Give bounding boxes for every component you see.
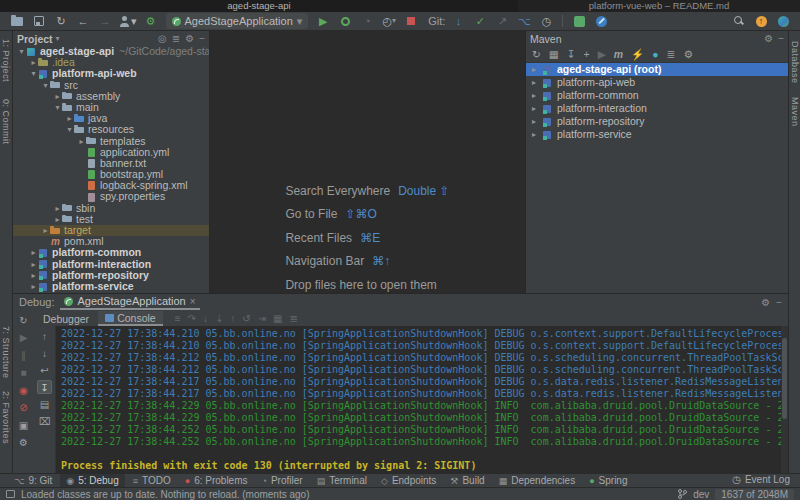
plugin-blue-button[interactable] xyxy=(593,13,609,29)
tree-chevron-icon[interactable]: ▸ xyxy=(29,270,38,281)
tree-chevron-icon[interactable]: ▾ xyxy=(17,46,26,57)
tree-row[interactable]: ▸ assembly xyxy=(13,91,209,102)
tree-chevron-icon[interactable]: ▾ xyxy=(65,124,74,135)
tree-chevron-icon[interactable]: ▸ xyxy=(29,281,38,292)
debug-step-icon[interactable]: ↺ xyxy=(242,313,250,324)
maven-toolbar-icon[interactable]: ▦ xyxy=(549,48,559,60)
maven-toolbar-icon[interactable]: m xyxy=(614,48,623,60)
user-account-icon[interactable]: ▾ xyxy=(119,13,137,29)
sidebar-item-database[interactable]: Database xyxy=(790,41,800,84)
maven-toolbar-icon[interactable]: ⚙ xyxy=(683,48,692,60)
debug-step-icon[interactable]: ⇣ xyxy=(215,313,223,324)
toolwindow-button[interactable]: ≡ TODO xyxy=(127,474,177,487)
tree-chevron-icon[interactable]: ▾ xyxy=(41,80,50,91)
console-action-icon[interactable]: ↩ xyxy=(37,363,52,377)
tree-row[interactable]: ▾ aged-stage-api ~/GitCode/aged-stage/ag… xyxy=(13,46,209,57)
update-notification-button[interactable]: ↑ xyxy=(753,13,769,29)
profiler-button[interactable]: ◔ xyxy=(359,13,375,29)
debug-step-icon[interactable]: ≡ xyxy=(175,313,181,324)
toolwindow-button[interactable]: ▦ Dependencies xyxy=(493,474,581,487)
tree-chevron-icon[interactable]: ▾ xyxy=(53,102,62,113)
tree-chevron-icon[interactable]: ▸ xyxy=(532,89,542,102)
hide-panel-icon[interactable]: − xyxy=(776,297,782,308)
ide-logo-button[interactable] xyxy=(775,13,791,29)
tab-debugger[interactable]: Debugger xyxy=(36,311,96,326)
rerun-button[interactable]: ◴▾ xyxy=(381,13,397,29)
tree-row[interactable]: ▸ templates xyxy=(13,136,209,147)
close-icon[interactable]: × xyxy=(190,296,196,307)
tree-chevron-icon[interactable]: ▸ xyxy=(532,102,542,115)
console-action-icon[interactable]: ⌧ xyxy=(37,414,52,428)
collapse-all-icon[interactable]: ≣ xyxy=(172,33,180,44)
toolwindow-button[interactable]: ⌥ 9: Git xyxy=(8,474,58,487)
sidebar-item-structure[interactable]: 7: Structure xyxy=(1,326,11,379)
maven-tree-row[interactable]: ▸ platform-common xyxy=(526,89,788,102)
tree-chevron-icon[interactable]: ▸ xyxy=(65,113,74,124)
memory-indicator[interactable]: 1637 of 2048M xyxy=(715,489,794,500)
sidebar-item-maven[interactable]: Maven xyxy=(790,97,800,127)
gear-icon[interactable]: ⚙ xyxy=(185,33,194,44)
maven-toolbar-icon[interactable]: ▶ xyxy=(598,48,606,60)
reload-status-icon[interactable] xyxy=(6,490,15,498)
tree-row[interactable]: ▸ target xyxy=(13,225,209,236)
open-folder-icon[interactable] xyxy=(9,13,25,29)
console-action-icon[interactable]: ↧ xyxy=(37,380,52,394)
tree-chevron-icon[interactable]: ▸ xyxy=(29,57,38,68)
debug-action-icon[interactable]: ◉ xyxy=(16,383,31,397)
console-action-icon[interactable]: ↓ xyxy=(37,346,52,360)
toolwindow-button[interactable]: ◉ 5: Debug xyxy=(60,474,124,487)
toolwindow-button[interactable]: ◔ Profiler xyxy=(256,474,309,487)
debug-step-icon[interactable]: ↓ xyxy=(203,313,208,324)
debug-step-icon[interactable]: ⇥ xyxy=(258,313,266,324)
project-panel-title[interactable]: Project xyxy=(17,33,53,45)
sync-icon[interactable]: ↻ xyxy=(53,13,69,29)
caret-down-icon[interactable]: ▾ xyxy=(56,34,60,43)
tree-chevron-icon[interactable]: ▾ xyxy=(29,68,38,79)
stop-button[interactable] xyxy=(403,13,419,29)
sidebar-item-commit[interactable]: 0: Commit xyxy=(1,99,11,145)
tree-chevron-icon[interactable]: ▸ xyxy=(532,76,542,89)
maven-tree-row[interactable]: ▸ platform-repository xyxy=(526,115,788,128)
maven-tree-row[interactable]: ▸ aged-stage-api (root) xyxy=(526,63,788,76)
hide-panel-icon[interactable]: − xyxy=(199,33,205,44)
maven-tree-row[interactable]: ▸ platform-service xyxy=(526,128,788,141)
tree-chevron-icon[interactable]: ▸ xyxy=(53,203,62,214)
tree-chevron-icon[interactable]: ▸ xyxy=(532,115,542,128)
history-button[interactable]: ◷ xyxy=(538,13,554,29)
tree-row[interactable]: ▸ sbin xyxy=(13,203,209,214)
debug-action-icon[interactable]: ↻ xyxy=(16,313,31,327)
console-action-icon[interactable]: ▤ xyxy=(37,397,52,411)
debug-session-tab[interactable]: AgedStageApplication × xyxy=(60,294,199,310)
toolwindow-button[interactable]: ● Spring xyxy=(583,474,633,487)
git-commit-button[interactable]: ✓ xyxy=(472,13,488,29)
tree-chevron-icon[interactable]: ▸ xyxy=(532,128,542,141)
build-project-icon[interactable]: ⚙ xyxy=(143,13,159,29)
tree-row[interactable]: ▸ platform-service xyxy=(13,281,209,292)
save-all-icon[interactable] xyxy=(31,13,47,29)
sidebar-item-project[interactable]: 1: Project xyxy=(1,39,11,82)
tree-chevron-icon[interactable]: ▸ xyxy=(53,91,62,102)
console-scrollbar[interactable] xyxy=(781,326,788,473)
coverage-button[interactable] xyxy=(337,13,353,29)
toolwindow-button[interactable]: ● 6: Problems xyxy=(179,474,254,487)
console-output[interactable]: 2022-12-27 17:38:44.210 05.bb.online.no … xyxy=(55,326,788,473)
run-configuration-select[interactable]: AgedStageApplication ▾ xyxy=(166,13,309,29)
gear-icon[interactable]: ⚙ xyxy=(764,33,773,44)
toolwindow-button[interactable]: ▤ Terminal xyxy=(311,474,373,487)
search-everywhere-button[interactable] xyxy=(731,13,747,29)
tree-chevron-icon[interactable]: ▸ xyxy=(29,259,38,270)
maven-tree-row[interactable]: ▸ platform-api-web xyxy=(526,76,788,89)
maven-tree-row[interactable]: ▸ platform-interaction xyxy=(526,102,788,115)
tree-row[interactable]: ▾ resources xyxy=(13,124,209,135)
maven-toolbar-icon[interactable]: + xyxy=(584,48,590,60)
forward-icon[interactable]: → xyxy=(97,13,113,29)
git-branch-name[interactable]: dev xyxy=(693,489,709,500)
debug-step-icon[interactable]: ↷ xyxy=(188,313,196,324)
tree-chevron-icon[interactable]: ▸ xyxy=(29,247,38,258)
debug-step-icon[interactable]: ↑ xyxy=(230,313,235,324)
git-branch-button[interactable]: ⌥ xyxy=(516,13,532,29)
maven-toolbar-icon[interactable]: ● xyxy=(652,48,658,60)
plugin-green-button[interactable] xyxy=(571,13,587,29)
git-push-button[interactable]: ↗ xyxy=(494,13,510,29)
maven-toolbar-icon[interactable]: ↧ xyxy=(567,48,576,60)
